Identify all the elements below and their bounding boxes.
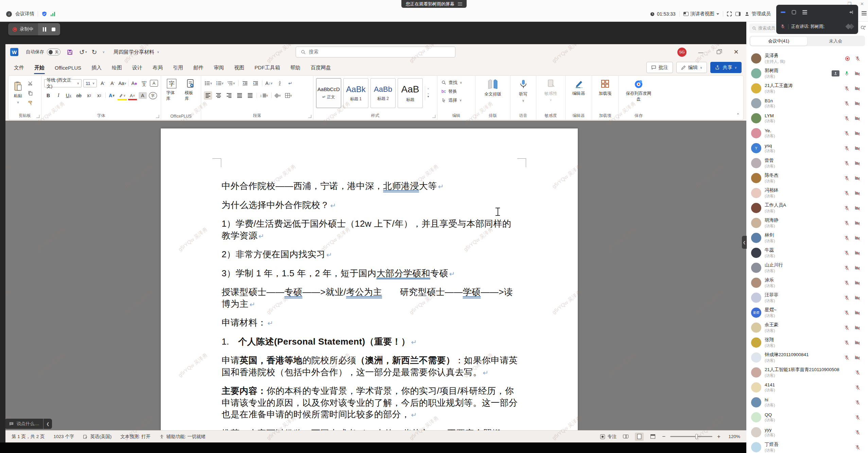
word-count[interactable]: 1023 个字 — [54, 434, 74, 440]
addins-button[interactable]: 加载项 — [596, 78, 615, 97]
zoom-slider-thumb[interactable] — [695, 434, 698, 439]
align-right-button[interactable] — [225, 91, 233, 100]
italic-button[interactable]: I — [54, 91, 63, 100]
ribbon-tab-5[interactable]: 设计 — [127, 60, 147, 75]
mic-on-icon[interactable] — [844, 71, 850, 76]
paste-button[interactable]: 粘贴∨ — [11, 78, 25, 107]
document-page[interactable]: 中外合作院校——西浦，宁诺，港中深，北师港浸大等↵为什么选择中外合作院校？↵1）… — [161, 128, 578, 430]
grow-font-button[interactable]: Aˆ — [99, 79, 107, 87]
participant-row[interactable]: 工作人员A (访客) — [746, 201, 868, 215]
clipboard-dialog-launcher-icon[interactable] — [36, 115, 39, 118]
bold-button[interactable]: B — [44, 91, 52, 100]
change-case-button[interactable]: Aa∨ — [118, 79, 126, 87]
document-title[interactable]: 周四留学分享材料 — [114, 49, 154, 55]
mic-muted-icon[interactable] — [855, 430, 861, 435]
collapse-to-side-icon[interactable] — [848, 10, 854, 15]
chat-input[interactable]: 说点什么.... — [5, 419, 43, 429]
restore-window-button[interactable] — [711, 44, 726, 60]
bullet-list-button[interactable]: ∨ — [204, 79, 213, 87]
style-card-1[interactable]: AaBk标题 1 — [343, 78, 368, 108]
character-shading-button[interactable]: A — [139, 92, 147, 99]
font-color-button[interactable]: A∨ — [128, 91, 137, 100]
highlight-color-button[interactable]: ∨ — [118, 91, 126, 100]
mic-muted-icon[interactable] — [844, 325, 850, 331]
save-to-baidu-button[interactable]: 保存到百度网盘 — [623, 78, 654, 103]
font-name-select[interactable]: 等线 (西文正文)∨ — [44, 79, 82, 87]
font-library-button[interactable]: 字 字体库 — [164, 78, 180, 102]
mic-muted-icon[interactable] — [844, 205, 850, 211]
ribbon-tab-6[interactable]: 布局 — [147, 60, 168, 75]
camera-off-icon[interactable] — [854, 116, 861, 121]
minimize-window-button[interactable]: — — [693, 44, 708, 60]
align-center-button[interactable] — [214, 91, 223, 100]
full-typeset-button[interactable]: 全文排版 — [482, 78, 504, 98]
participant-row[interactable]: 胡海静 (访客) — [746, 215, 868, 230]
ribbon-tab-9[interactable]: 审阅 — [209, 60, 229, 75]
ribbon-tab-10[interactable]: 视图 — [229, 60, 249, 75]
mic-muted-icon[interactable] — [844, 340, 850, 346]
search-member-icon[interactable] — [860, 25, 866, 31]
grid-view-icon[interactable] — [792, 10, 796, 14]
ribbon-tab-8[interactable]: 邮件 — [188, 60, 209, 75]
mic-muted-icon[interactable] — [844, 101, 850, 106]
mic-muted-icon[interactable] — [844, 175, 850, 181]
undo-dropdown-icon[interactable]: ▾ — [85, 50, 87, 54]
word-logo-icon[interactable]: W — [10, 48, 18, 56]
member-search-input[interactable]: 搜索成员 — [749, 23, 779, 33]
copy-button[interactable] — [26, 89, 34, 97]
mic-muted-icon[interactable] — [844, 280, 850, 286]
camera-off-icon[interactable] — [854, 101, 861, 106]
participant-row[interactable]: 涂乐 (访客) — [746, 275, 868, 290]
shrink-font-button[interactable]: Aˇ — [108, 79, 117, 87]
network-signal-icon[interactable] — [51, 12, 55, 16]
camera-off-icon[interactable] — [854, 160, 861, 166]
participant-row[interactable]: 丁煜吾 (访客) — [746, 440, 868, 453]
distribute-button[interactable] — [246, 91, 254, 100]
camera-off-icon[interactable] — [854, 295, 861, 301]
line-spacing-button[interactable]: ↕∨ — [259, 91, 269, 100]
autosave-toggle[interactable]: 关 — [47, 49, 60, 55]
minimize-panel-icon[interactable] — [781, 12, 785, 13]
participant-row[interactable]: 钟成琳220110900841 (访客) — [746, 350, 868, 365]
find-button[interactable]: 查找∨ — [440, 78, 472, 87]
paragraph-dialog-launcher-icon[interactable] — [308, 115, 311, 118]
ribbon-tab-0[interactable]: 文件 — [9, 60, 29, 75]
participant-row[interactable]: 曾曾 (访客) — [746, 156, 868, 171]
participant-row[interactable]: QQ (访客) — [746, 410, 868, 425]
participant-row[interactable]: 陈冬杰 (访客) — [746, 171, 868, 186]
participant-row[interactable]: 21人工王鑫涛 (访客) — [746, 81, 868, 96]
menu-icon[interactable] — [862, 10, 867, 16]
participant-row[interactable]: 汪菲菲 (访客) — [746, 290, 868, 305]
participant-row[interactable]: 牛蕊 (访客) — [746, 245, 868, 260]
style-card-0[interactable]: AaBbCcD↵ 正文 — [316, 78, 341, 108]
camera-off-icon[interactable] — [854, 235, 861, 241]
enclose-characters-button[interactable]: 字 — [149, 92, 157, 99]
ribbon-tab-1[interactable]: 开始 — [29, 60, 50, 75]
panel-collapse-handle[interactable]: ❮ — [742, 236, 747, 249]
styles-gallery-scroll[interactable]: ⌃⌄▾ — [425, 86, 431, 100]
mic-muted-icon[interactable] — [844, 355, 850, 361]
underline-button[interactable]: U ∨ — [65, 91, 73, 100]
chat-collapse-button[interactable]: ❮ — [44, 419, 52, 429]
camera-off-icon[interactable] — [854, 130, 861, 136]
style-card-2[interactable]: AaBb标题 2 — [370, 78, 396, 108]
mic-muted-icon[interactable] — [844, 265, 850, 271]
multilevel-list-button[interactable]: ∨ — [227, 79, 236, 87]
mic-muted-icon[interactable] — [855, 445, 861, 450]
camera-off-icon[interactable] — [854, 325, 861, 331]
mic-muted-icon[interactable] — [844, 116, 850, 121]
security-shield-icon[interactable] — [41, 11, 47, 17]
camera-off-icon[interactable] — [854, 280, 861, 286]
zoom-slider[interactable] — [670, 436, 712, 437]
ribbon-tab-7[interactable]: 引用 — [168, 60, 188, 75]
collapse-ribbon-icon[interactable]: ⌃ — [736, 112, 740, 118]
meeting-details-button[interactable]: 会议详情 — [15, 11, 34, 17]
template-library-button[interactable]: 模板库 — [183, 78, 198, 102]
camera-off-icon[interactable] — [854, 190, 861, 196]
list-view-icon[interactable] — [802, 10, 807, 14]
stop-recording-button[interactable] — [52, 28, 55, 31]
show-formatting-marks-button[interactable]: ↵ — [286, 79, 294, 87]
numbered-list-button[interactable]: ∨ — [215, 79, 225, 87]
ribbon-tab-11[interactable]: PDF工具箱 — [249, 60, 285, 75]
select-button[interactable]: 选择∨ — [440, 96, 472, 105]
